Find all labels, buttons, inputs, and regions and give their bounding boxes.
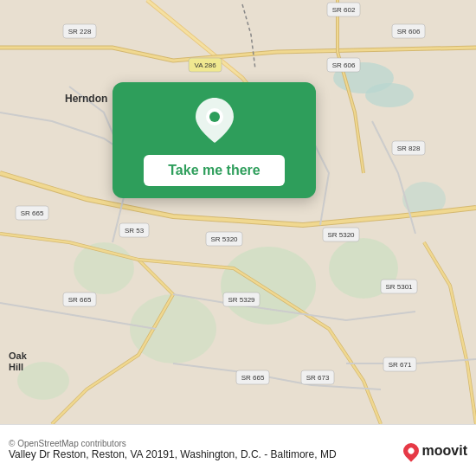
svg-text:SR 5320: SR 5320 bbox=[327, 231, 355, 239]
moovit-text: moovit bbox=[422, 443, 467, 459]
bottom-bar: © OpenStreetMap contributors Valley Dr R… bbox=[0, 424, 476, 476]
address-text: Valley Dr Reston, Reston, VA 20191, Wash… bbox=[9, 448, 396, 462]
svg-text:SR 5329: SR 5329 bbox=[228, 296, 255, 304]
moovit-logo: moovit bbox=[403, 443, 467, 459]
svg-text:SR 828: SR 828 bbox=[397, 145, 421, 152]
map-container: SR 602 SR 228 SR 606 VA 286 SR 606 SR 82… bbox=[0, 0, 476, 424]
svg-point-45 bbox=[209, 112, 220, 122]
svg-text:VA 286: VA 286 bbox=[194, 61, 216, 69]
moovit-icon bbox=[400, 440, 421, 461]
svg-text:SR 606: SR 606 bbox=[332, 61, 356, 69]
map-pin-icon bbox=[196, 98, 234, 143]
svg-text:Hill: Hill bbox=[9, 362, 23, 372]
svg-text:SR 602: SR 602 bbox=[332, 6, 356, 14]
svg-text:SR 5301: SR 5301 bbox=[385, 283, 413, 291]
svg-text:SR 665: SR 665 bbox=[241, 374, 265, 382]
svg-text:Herndon: Herndon bbox=[65, 93, 107, 105]
copyright-text: © OpenStreetMap contributors bbox=[9, 439, 391, 448]
svg-text:SR 671: SR 671 bbox=[389, 361, 412, 369]
svg-text:SR 665: SR 665 bbox=[21, 209, 44, 217]
svg-text:SR 53: SR 53 bbox=[125, 227, 145, 235]
svg-text:SR 606: SR 606 bbox=[397, 28, 421, 35]
location-card: Take me there bbox=[113, 82, 316, 198]
svg-point-5 bbox=[130, 294, 216, 363]
svg-text:SR 5320: SR 5320 bbox=[210, 235, 238, 243]
take-me-there-button[interactable]: Take me there bbox=[144, 155, 284, 186]
svg-text:Oak: Oak bbox=[9, 351, 28, 361]
svg-text:SR 228: SR 228 bbox=[68, 28, 92, 35]
svg-point-2 bbox=[365, 83, 414, 107]
svg-text:SR 673: SR 673 bbox=[306, 374, 330, 382]
svg-text:SR 665: SR 665 bbox=[68, 296, 92, 304]
svg-point-8 bbox=[17, 362, 69, 400]
map-svg: SR 602 SR 228 SR 606 VA 286 SR 606 SR 82… bbox=[0, 0, 476, 424]
